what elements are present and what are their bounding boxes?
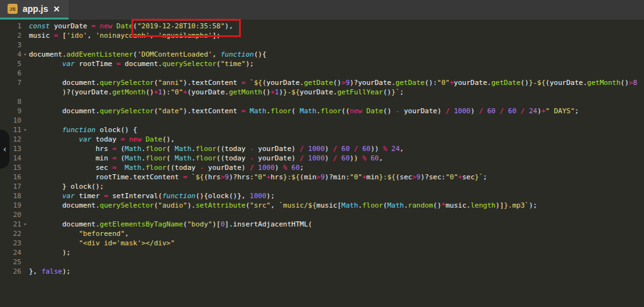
code-line: 5 var rootTime = document.querySelector(… bbox=[0, 59, 644, 69]
fold-spacer bbox=[21, 154, 29, 163]
fold-spacer bbox=[21, 229, 29, 238]
code-text: var today = new Date(), bbox=[29, 135, 644, 144]
code-line: 23 "<div id='mask'></div>" bbox=[0, 238, 644, 248]
code-text: document.getElementsByTagName("body")[0]… bbox=[29, 220, 644, 229]
code-text: const yourDate = new Date("2019-12-28T10… bbox=[29, 21, 644, 31]
fold-spacer bbox=[21, 21, 29, 31]
line-number: 26 bbox=[0, 267, 21, 276]
fold-spacer bbox=[21, 257, 29, 267]
code-editor[interactable]: 1const yourDate = new Date("2019-12-28T1… bbox=[0, 20, 644, 307]
code-line: 22 "beforeend", bbox=[0, 229, 644, 238]
fold-spacer bbox=[21, 106, 29, 116]
fold-spacer bbox=[21, 182, 29, 191]
fold-spacer bbox=[21, 69, 29, 78]
code-text: )?(yourDate.getMonth()+1):"0"+(yourDate.… bbox=[29, 87, 644, 97]
tab-bar: JS app.js ✕ bbox=[0, 0, 644, 20]
fold-spacer bbox=[21, 40, 29, 50]
code-line: 16 rootTime.textContent = `${(hrs>9)?hrs… bbox=[0, 172, 644, 182]
fold-spacer bbox=[21, 267, 29, 276]
code-line: 18 var timer = setInterval(function(){ol… bbox=[0, 191, 644, 201]
code-text: document.querySelector("date").textConte… bbox=[29, 106, 644, 116]
line-number: 24 bbox=[0, 248, 21, 257]
fold-spacer bbox=[21, 201, 29, 210]
code-line: 17 } olock(); bbox=[0, 182, 644, 191]
fold-spacer bbox=[21, 31, 29, 40]
fold-spacer bbox=[21, 210, 29, 220]
line-number: 10 bbox=[0, 116, 21, 125]
code-text: sec = Math.floor((today - yourDate) / 10… bbox=[29, 163, 644, 172]
fold-spacer bbox=[21, 116, 29, 125]
code-text bbox=[29, 257, 644, 267]
close-tab-icon[interactable]: ✕ bbox=[53, 4, 60, 14]
code-line: 8 bbox=[0, 97, 644, 106]
line-number: 2 bbox=[0, 31, 21, 40]
code-text: min = (Math.floor( Math.floor((today - y… bbox=[29, 154, 644, 163]
line-number: 1 bbox=[0, 21, 21, 31]
line-number: 18 bbox=[0, 191, 21, 201]
code-text: "<div id='mask'></div>" bbox=[29, 238, 644, 248]
code-text: document.addEventListener('DOMContentLoa… bbox=[29, 50, 644, 59]
code-line: 4▾document.addEventListener('DOMContentL… bbox=[0, 50, 644, 59]
code-text bbox=[29, 116, 644, 125]
line-number bbox=[0, 87, 21, 97]
code-line: 2music = ['ido', 'noinaycoanh', 'nguoila… bbox=[0, 31, 644, 40]
code-line: 26}, false); bbox=[0, 267, 644, 276]
code-text: } olock(); bbox=[29, 182, 644, 191]
code-text: ); bbox=[29, 248, 644, 257]
code-text: var timer = setInterval(function(){olock… bbox=[29, 191, 644, 201]
code-line: 25 bbox=[0, 257, 644, 267]
code-line: 10 bbox=[0, 116, 644, 125]
line-number: 16 bbox=[0, 172, 21, 182]
code-text: var rootTime = document.querySelector("t… bbox=[29, 59, 644, 69]
code-line: )?(yourDate.getMonth()+1):"0"+(yourDate.… bbox=[0, 87, 644, 97]
fold-spacer bbox=[21, 163, 29, 172]
code-text: hrs = (Math.floor( Math.floor((today - y… bbox=[29, 144, 644, 154]
code-line: 19 document.querySelector("audio").setAt… bbox=[0, 201, 644, 210]
line-number: 20 bbox=[0, 210, 21, 220]
line-number: 21 bbox=[0, 220, 21, 229]
fold-spacer bbox=[21, 135, 29, 144]
code-text bbox=[29, 40, 644, 50]
fold-spacer bbox=[21, 238, 29, 248]
code-text: }, false); bbox=[29, 267, 644, 276]
fold-spacer bbox=[21, 144, 29, 154]
javascript-file-icon: JS bbox=[8, 4, 18, 14]
code-text: document.querySelector("audio").setAttri… bbox=[29, 201, 644, 210]
fold-arrow-icon[interactable]: ▾ bbox=[21, 220, 29, 229]
line-number: 23 bbox=[0, 238, 21, 248]
line-number: 5 bbox=[0, 59, 21, 69]
code-text bbox=[29, 97, 644, 106]
code-line: 6 bbox=[0, 69, 644, 78]
code-line: 12 var today = new Date(), bbox=[0, 135, 644, 144]
code-text: music = ['ido', 'noinaycoanh', 'nguoilam… bbox=[29, 31, 644, 40]
panel-collapse-handle[interactable]: ‹ bbox=[0, 130, 9, 169]
code-line: 3 bbox=[0, 40, 644, 50]
line-number: 9 bbox=[0, 106, 21, 116]
code-line: 14 min = (Math.floor( Math.floor((today … bbox=[0, 154, 644, 163]
tab-appjs[interactable]: JS app.js ✕ bbox=[0, 0, 69, 20]
fold-arrow-icon[interactable]: ▾ bbox=[21, 125, 29, 135]
code-line: 21▾ document.getElementsByTagName("body"… bbox=[0, 220, 644, 229]
code-text bbox=[29, 210, 644, 220]
code-line: 15 sec = Math.floor((today - yourDate) /… bbox=[0, 163, 644, 172]
fold-spacer bbox=[21, 59, 29, 69]
line-number: 7 bbox=[0, 78, 21, 87]
code-text: rootTime.textContent = `${(hrs>9)?hrs:"0… bbox=[29, 172, 644, 182]
code-line: 7 document.querySelector("anni").textCon… bbox=[0, 78, 644, 87]
fold-spacer bbox=[21, 172, 29, 182]
line-number: 19 bbox=[0, 201, 21, 210]
code-line: 20 bbox=[0, 210, 644, 220]
code-text: function olock() { bbox=[29, 125, 644, 135]
line-number: 22 bbox=[0, 229, 21, 238]
fold-spacer bbox=[21, 87, 29, 97]
code-text: document.querySelector("anni").textConte… bbox=[29, 78, 644, 87]
line-number: 25 bbox=[0, 257, 21, 267]
code-text bbox=[29, 69, 644, 78]
line-number: 3 bbox=[0, 40, 21, 50]
fold-spacer bbox=[21, 78, 29, 87]
code-line: 24 ); bbox=[0, 248, 644, 257]
fold-spacer bbox=[21, 191, 29, 201]
tab-label: app.js bbox=[23, 4, 48, 14]
fold-arrow-icon[interactable]: ▾ bbox=[21, 50, 29, 59]
fold-spacer bbox=[21, 248, 29, 257]
